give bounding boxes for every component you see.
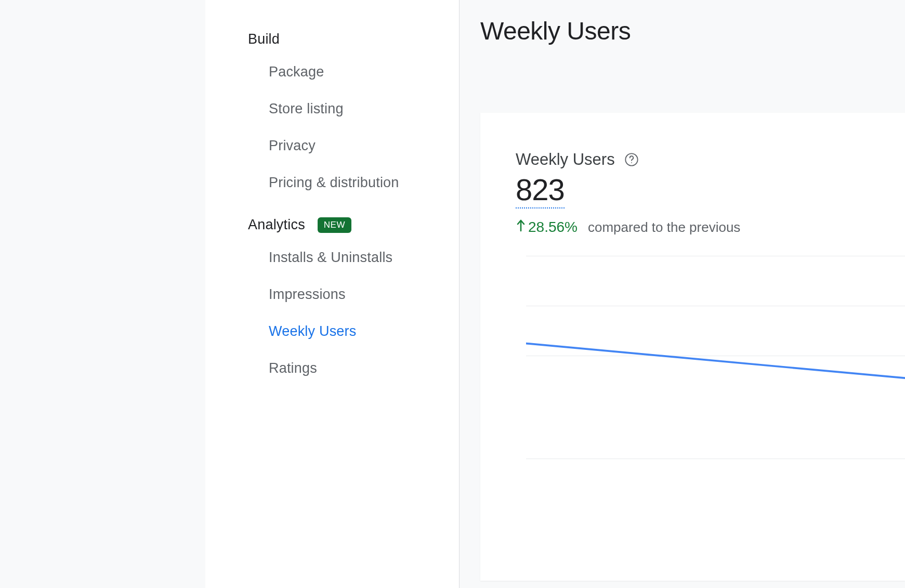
weekly-users-card: Weekly Users 823 28.56% comp bbox=[480, 113, 905, 581]
arrow-up-icon bbox=[516, 219, 526, 236]
new-badge: NEW bbox=[318, 217, 351, 233]
metric-title: Weekly Users bbox=[516, 150, 615, 169]
metric-change: 28.56% bbox=[516, 219, 578, 236]
sidebar-item-installs-uninstalls[interactable]: Installs & Uninstalls bbox=[205, 239, 459, 276]
svg-point-1 bbox=[631, 162, 632, 163]
sidebar-item-package[interactable]: Package bbox=[205, 54, 459, 90]
section-title: Analytics bbox=[248, 217, 305, 233]
left-empty-region bbox=[0, 0, 205, 588]
metric-change-row: 28.56% compared to the previous bbox=[516, 219, 905, 236]
sidebar-item-impressions[interactable]: Impressions bbox=[205, 276, 459, 313]
metric-header: Weekly Users bbox=[516, 150, 905, 169]
metric-change-pct: 28.56% bbox=[528, 219, 578, 236]
sidebar: Build Package Store listing Privacy Pric… bbox=[205, 0, 459, 588]
weekly-users-chart bbox=[526, 256, 905, 516]
compared-text: compared to the previous bbox=[588, 219, 740, 236]
section-header-analytics[interactable]: Analytics NEW bbox=[205, 211, 459, 239]
sidebar-item-ratings[interactable]: Ratings bbox=[205, 350, 459, 387]
sidebar-item-privacy[interactable]: Privacy bbox=[205, 127, 459, 164]
metric-value: 823 bbox=[516, 173, 565, 208]
chart-line-svg bbox=[526, 256, 905, 493]
sidebar-item-store-listing[interactable]: Store listing bbox=[205, 90, 459, 127]
sidebar-item-pricing-distribution[interactable]: Pricing & distribution bbox=[205, 164, 459, 201]
metric-value-wrap: 823 bbox=[516, 173, 905, 208]
section-title: Build bbox=[248, 31, 280, 47]
page-title: Weekly Users bbox=[480, 17, 905, 45]
main-content: Weekly Users Weekly Users 823 bbox=[459, 0, 905, 588]
section-header-build[interactable]: Build bbox=[205, 25, 459, 54]
sidebar-item-weekly-users[interactable]: Weekly Users bbox=[205, 313, 459, 350]
help-icon[interactable] bbox=[624, 152, 639, 167]
